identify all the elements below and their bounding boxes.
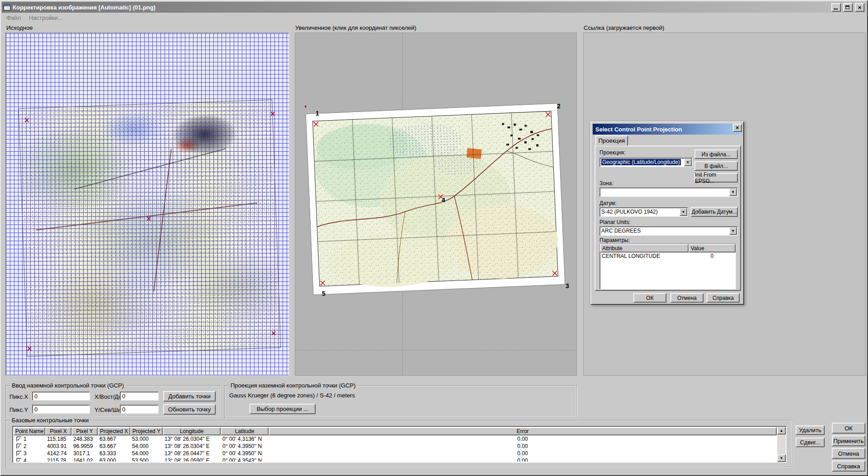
column-header-pixel-x[interactable]: Pixel X: [45, 427, 71, 435]
registration-cross-icon: ×: [24, 117, 30, 124]
chevron-down-icon[interactable]: ▼: [684, 159, 692, 166]
pixel-y-input[interactable]: [32, 405, 90, 414]
latitude-value: 0° 00' 4.3543'' N: [221, 457, 269, 462]
shift-label: Сдвиг...: [800, 439, 820, 446]
latitude-value: 0° 00' 4.3950'' N: [221, 443, 269, 449]
table-row[interactable]: ✓2 4003.91 96.9959 63.667 54.000 13° 08'…: [14, 443, 777, 450]
gcp-marker-2[interactable]: 2: [557, 103, 561, 110]
parameters-table-header: Attribute Value: [600, 244, 736, 252]
add-datum-button[interactable]: Добавить Датум...: [691, 207, 738, 217]
gcp-marker-5[interactable]: 5: [322, 290, 326, 297]
attribute-column-header[interactable]: Attribute: [600, 244, 689, 252]
zoom-map-image[interactable]: [306, 104, 565, 295]
select-projection-button[interactable]: Выбор проекции ...: [250, 404, 316, 414]
parameters-label: Параметры:: [599, 237, 630, 243]
datum-combobox[interactable]: S-42 (PULKOVO 1942) ▼: [599, 207, 688, 217]
pixel-x-value: 4142.74: [45, 450, 71, 457]
init-from-epsg-button[interactable]: Init From EPSG...: [694, 173, 738, 182]
cancel-button[interactable]: Отмена: [832, 448, 865, 459]
dialog-close-button[interactable]: ×: [733, 124, 742, 132]
column-header-pixel-y[interactable]: Pixel Y: [71, 427, 98, 435]
column-header-projected-y[interactable]: Projected Y: [130, 427, 163, 435]
from-file-button[interactable]: Из файла...: [694, 149, 738, 159]
dialog-help-button[interactable]: Справка: [707, 293, 740, 303]
registration-cross-icon: ×: [27, 345, 33, 352]
pixel-x-value: 115.185: [45, 436, 71, 442]
tab-projection[interactable]: Проекция: [595, 135, 628, 146]
dialog-ok-label: ОК: [646, 295, 653, 301]
row-checkbox[interactable]: ✓: [16, 451, 22, 456]
table-scrollbar[interactable]: ▲ ▼: [777, 427, 786, 462]
ok-button[interactable]: ОК: [832, 423, 865, 434]
projected-x-value: 63.333: [98, 450, 130, 457]
gcp-marker-1[interactable]: 1: [316, 110, 319, 117]
row-checkbox[interactable]: ✓: [16, 458, 22, 462]
menu-settings[interactable]: Настройки...: [29, 14, 63, 21]
gcp-input-group: Ввод наземной контрольной точки (GCP) Пи…: [5, 385, 220, 418]
table-row[interactable]: ✓4 2115.78 1641.02 63.000 53.500 13° 08'…: [14, 457, 777, 462]
tab-label: Проекция: [599, 137, 625, 144]
parameter-attribute: CENTRAL LONGITUDE: [600, 253, 689, 259]
diamond-marker-icon: ♦: [304, 103, 307, 109]
row-checkbox[interactable]: ✓: [16, 443, 22, 449]
scroll-down-button[interactable]: ▼: [777, 454, 786, 462]
projection-combobox[interactable]: Geographic (Latitude/Longitude) ▼: [599, 158, 693, 167]
projected-y-value: 54.000: [130, 450, 163, 457]
scroll-up-button[interactable]: ▲: [777, 427, 786, 434]
restore-button[interactable]: [843, 3, 853, 12]
table-row[interactable]: ✓1 115.185 248.383 63.667 53.000 13° 08'…: [14, 435, 777, 443]
init-epsg-label: Init From EPSG...: [695, 172, 737, 184]
update-point-button[interactable]: Обновить точку: [163, 404, 216, 415]
zoom-map-panel[interactable]: ♦: [295, 33, 577, 376]
planar-units-combobox[interactable]: ARC DEGREES ▼: [599, 226, 738, 236]
northing-input[interactable]: [120, 405, 159, 414]
help-button[interactable]: Справка: [832, 461, 865, 471]
column-header-projected-x[interactable]: Projected X: [98, 427, 130, 435]
pixel-y-value: 248.383: [71, 436, 98, 442]
delete-point-button[interactable]: Удалить: [796, 425, 825, 435]
menu-file[interactable]: Файл: [6, 14, 21, 21]
window-titlebar: Корректировка изображения [Automatic] (0…: [2, 2, 866, 13]
add-point-label: Добавить точки: [168, 393, 211, 400]
value-column-header[interactable]: Value: [689, 244, 736, 252]
add-point-button[interactable]: Добавить точки: [163, 391, 216, 401]
easting-input[interactable]: [120, 392, 159, 401]
select-projection-label: Выбор проекции ...: [257, 406, 308, 412]
table-row[interactable]: ✓3 4142.74 3017.1 63.333 54.000 13° 08' …: [14, 450, 777, 457]
shift-button[interactable]: Сдвиг...: [796, 438, 825, 447]
column-header-latitude[interactable]: Latitude: [221, 427, 269, 435]
dialog-ok-button[interactable]: ОК: [633, 293, 666, 303]
gcp-marker-3[interactable]: 3: [566, 282, 569, 289]
column-header-longitude[interactable]: Longitude: [163, 427, 221, 435]
gcp-marker-4[interactable]: 4: [442, 196, 445, 204]
projection-dialog: Select Control Point Projection × Проекц…: [590, 121, 744, 305]
apply-button[interactable]: Применить: [832, 435, 865, 446]
row-checkbox[interactable]: ✓: [16, 436, 22, 442]
minimize-button[interactable]: [831, 3, 841, 12]
pixel-x-value: 2115.78: [45, 457, 71, 462]
source-map-image: [19, 100, 281, 356]
parameter-row[interactable]: CENTRAL LONGITUDE 0: [600, 252, 736, 260]
column-header-error[interactable]: Error: [269, 427, 777, 435]
chevron-down-icon[interactable]: ▼: [729, 227, 737, 235]
menu-bar: Файл Настройки...: [2, 13, 866, 23]
pixel-x-input[interactable]: [32, 392, 90, 401]
zone-combobox[interactable]: ▼: [599, 187, 738, 197]
reference-panel-label: Ссылка (загружается первой): [584, 24, 664, 31]
chevron-down-icon[interactable]: ▼: [679, 208, 687, 216]
column-header-point-name[interactable]: Point Name: [14, 427, 45, 435]
point-name: 2: [24, 443, 27, 449]
longitude-value: 13° 08' 26.0304'' E: [163, 436, 221, 442]
to-file-button[interactable]: В файл...: [694, 161, 738, 171]
close-button[interactable]: ×: [855, 3, 864, 12]
registration-cross-icon: ×: [270, 111, 276, 117]
apply-label: Применить: [833, 438, 863, 444]
chevron-down-icon[interactable]: ▼: [729, 188, 737, 196]
source-map-panel[interactable]: × × × × ×: [5, 33, 289, 376]
datum-label: Датум:: [599, 200, 617, 206]
cancel-label: Отмена: [838, 450, 859, 457]
projection-label: Проекция:: [599, 149, 625, 156]
dialog-cancel-button[interactable]: Отмена: [670, 293, 703, 303]
longitude-value: 13° 08' 26.0590'' E: [163, 457, 221, 462]
map-texture: [19, 100, 281, 356]
